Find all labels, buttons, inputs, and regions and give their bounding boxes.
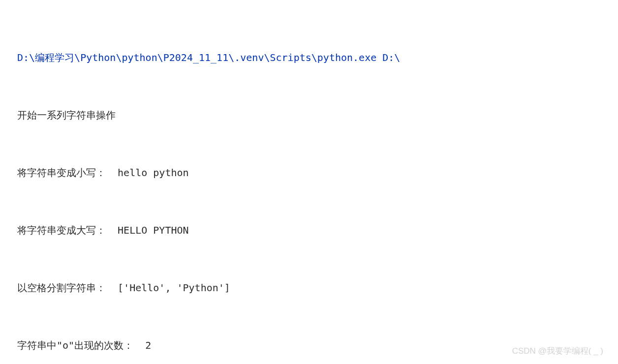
output-line-1: 开始一系列字符串操作	[17, 106, 601, 125]
output-line-4: 以空格分割字符串： ['Hello', 'Python']	[17, 278, 601, 298]
output-line-2: 将字符串变成小写： hello python	[17, 163, 601, 182]
execution-path-line: D:\编程学习\Python\python\P2024_11_11\.venv\…	[17, 48, 601, 67]
console-output: D:\编程学习\Python\python\P2024_11_11\.venv\…	[17, 10, 601, 364]
watermark-text: CSDN @我要学编程( _ )	[512, 343, 603, 359]
output-line-3: 将字符串变成大写： HELLO PYTHON	[17, 221, 601, 240]
